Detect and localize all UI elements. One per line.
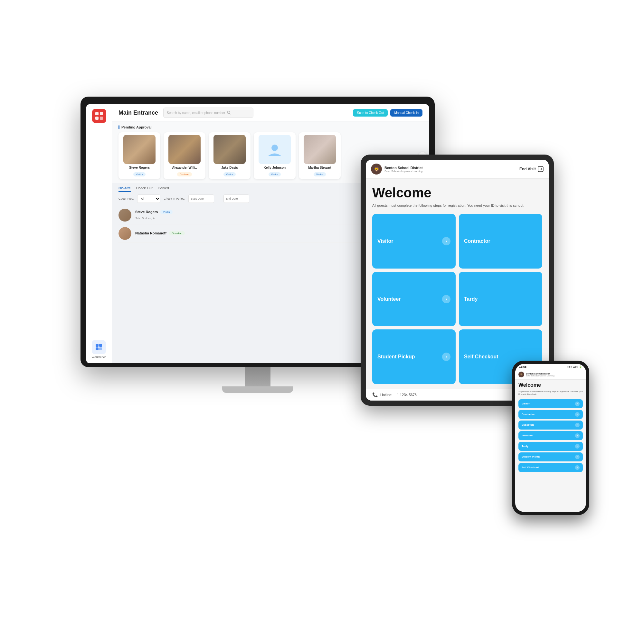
student-pickup-arrow: › <box>442 353 450 361</box>
option-grid: Visitor › Contractor Volunteer › <box>372 214 542 384</box>
svg-point-8 <box>227 111 230 114</box>
visitor-avatar <box>118 227 131 240</box>
pending-card[interactable]: Jake Davis Visitor <box>209 132 251 179</box>
header-buttons: Scan to Check Out Manual Check-In <box>353 109 422 117</box>
phone-status-icons: ●●● WiFi 🔋 <box>567 365 582 368</box>
search-placeholder: Search by name, email or phone number <box>167 111 225 115</box>
phone-school-tagline: Safer Schools Improves Learning <box>526 375 554 377</box>
end-date-input[interactable] <box>223 194 249 203</box>
phone-visitor-arrow: › <box>575 402 580 406</box>
workbench-label: Workbench <box>92 355 106 359</box>
svg-rect-5 <box>99 344 102 347</box>
tardy-button-label: Tardy <box>464 296 478 302</box>
pending-card[interactable]: Martha Stewart Visitor <box>299 132 341 179</box>
phone-substitute-label: Substitute <box>522 423 534 426</box>
search-icon <box>227 111 231 115</box>
visitor-badge: Visitor <box>133 172 146 176</box>
self-checkout-label: Self Checkout <box>464 354 498 360</box>
start-date-input[interactable] <box>188 194 214 203</box>
scan-checkout-button[interactable]: Scan to Check Out <box>353 109 388 117</box>
pending-visitor-name: Alexander Willi.. <box>166 166 203 169</box>
visitor-name: Steve Rogers <box>135 210 158 214</box>
visitor-name: Natasha Romanoff <box>135 231 166 235</box>
phone-time: 15:58 <box>519 365 526 368</box>
phone-visitor-label: Visitor <box>522 402 530 405</box>
phone-self-checkout-arrow: › <box>575 465 580 470</box>
pending-card[interactable]: Steve Rogers Visitor <box>118 132 160 179</box>
app-logo <box>92 109 106 123</box>
pending-visitor-name: Steve Rogers <box>121 166 158 169</box>
visitor-arrow: › <box>442 237 450 245</box>
tablet-header: 🦁 Benton School District Safer Schools I… <box>366 160 549 179</box>
phone-substitute-button[interactable]: Substitute › <box>518 421 583 430</box>
contract-badge: Contract <box>177 172 192 176</box>
school-name: Benton School District <box>384 166 423 170</box>
phone-volunteer-arrow: › <box>575 433 580 438</box>
phone-contractor-button[interactable]: Contractor › <box>518 410 583 419</box>
svg-rect-3 <box>100 117 103 120</box>
pending-visitor-name: Jake Davis <box>211 166 248 169</box>
phone-header: 🦁 Benton School District Safer Schools I… <box>515 370 586 380</box>
contractor-button[interactable]: Contractor <box>459 214 542 269</box>
phone-school-logo: 🦁 <box>518 372 524 377</box>
phone-self-checkout-label: Self Checkout <box>522 466 539 469</box>
visitor-badge-inline: Visitor <box>160 210 173 214</box>
svg-rect-2 <box>95 117 99 120</box>
pending-approval-title: Pending Approval <box>118 125 422 129</box>
svg-rect-6 <box>96 347 99 350</box>
visitor-button-label: Visitor <box>377 238 393 244</box>
phone-student-pickup-button[interactable]: Student Pickup › <box>518 452 583 461</box>
phone-status-bar: 15:58 ●●● WiFi 🔋 <box>515 364 586 370</box>
volunteer-button[interactable]: Volunteer › <box>372 272 456 327</box>
visitor-avatar <box>118 209 131 222</box>
welcome-description: All guests must complete the following s… <box>372 203 542 208</box>
hotline-number: +1 1234 5678 <box>395 393 417 397</box>
guest-type-label: Guest Type: <box>118 197 134 200</box>
pending-visitor-name: Kelly Johnson <box>256 166 293 169</box>
phone-contractor-label: Contractor <box>522 413 535 416</box>
tablet-body: Welcome All guests must complete the fol… <box>366 179 549 389</box>
svg-rect-0 <box>95 112 99 115</box>
student-pickup-label: Student Pickup <box>377 354 415 360</box>
svg-rect-7 <box>99 347 102 350</box>
manual-checkin-button[interactable]: Manual Check-In <box>390 109 422 117</box>
svg-line-9 <box>230 113 231 114</box>
workbench-icon[interactable] <box>92 340 106 354</box>
desktop-header: Main Entrance Search by name, email or p… <box>112 104 429 121</box>
phone-self-checkout-button[interactable]: Self Checkout › <box>518 463 583 472</box>
volunteer-button-label: Volunteer <box>377 296 401 302</box>
search-bar[interactable]: Search by name, email or phone number <box>163 108 253 118</box>
tab-denied[interactable]: Denied <box>158 186 169 192</box>
phone-volunteer-button[interactable]: Volunteer › <box>518 431 583 440</box>
volunteer-arrow: › <box>442 295 450 303</box>
phone-welcome-desc: All guests must complete the following s… <box>518 390 583 396</box>
pending-visitor-name: Martha Stewart <box>301 166 338 169</box>
guardian-badge: Guardian <box>169 231 185 235</box>
phone-student-pickup-arrow: › <box>575 455 580 459</box>
phone-welcome-title: Welcome <box>518 382 583 388</box>
phone-contractor-arrow: › <box>575 412 580 417</box>
tab-onsite[interactable]: On-site <box>118 186 131 192</box>
phone-visitor-button[interactable]: Visitor › <box>518 399 583 408</box>
pending-card[interactable]: Kelly Johnson Visitor <box>254 132 296 179</box>
page-title: Main Entrance <box>118 109 158 116</box>
checkin-period-label: Check In Period: <box>164 197 185 200</box>
guest-type-select[interactable]: All Visitor Guardian <box>137 194 160 203</box>
student-pickup-button[interactable]: Student Pickup › <box>372 329 456 384</box>
visitor-badge: Visitor <box>223 172 236 176</box>
school-logo-icon: 🦁 <box>371 164 382 175</box>
pending-card[interactable]: Alexander Willi.. Contract <box>164 132 205 179</box>
school-info: 🦁 Benton School District Safer Schools I… <box>371 164 423 175</box>
visitor-button[interactable]: Visitor › <box>372 214 456 269</box>
tab-checkout[interactable]: Check Out <box>136 186 153 192</box>
svg-point-10 <box>271 145 278 151</box>
tardy-button[interactable]: Tardy <box>459 272 542 327</box>
phone-tardy-button[interactable]: Tardy › <box>518 442 583 451</box>
end-visit-icon <box>538 166 544 172</box>
phone-tardy-arrow: › <box>575 444 580 449</box>
end-visit-button[interactable]: End Visit <box>519 166 544 172</box>
desktop-sidebar: Workbench <box>86 104 112 363</box>
svg-rect-1 <box>100 112 103 115</box>
phone-device: 15:58 ●●● WiFi 🔋 🦁 Benton School Distric… <box>512 361 589 515</box>
contractor-button-label: Contractor <box>464 238 490 244</box>
